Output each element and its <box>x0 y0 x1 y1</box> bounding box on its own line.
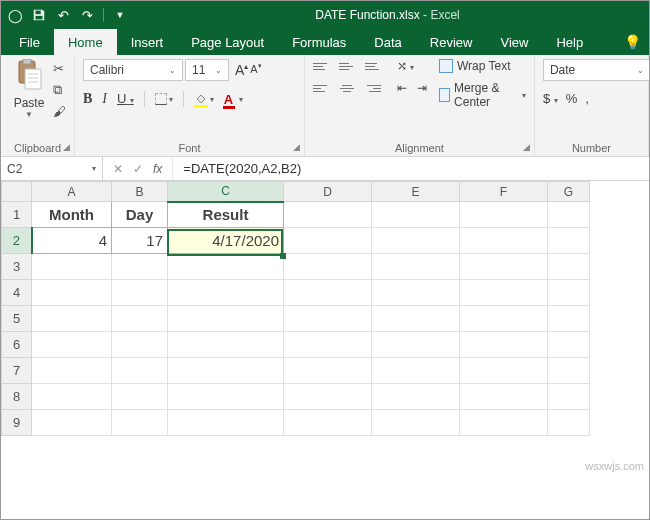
cell[interactable] <box>460 306 548 332</box>
cell[interactable] <box>112 306 168 332</box>
cell[interactable] <box>460 358 548 384</box>
font-name-dropdown[interactable]: Calibri ⌄ <box>83 59 183 81</box>
dialog-launcher-icon[interactable]: ◢ <box>523 142 530 152</box>
cell-B2[interactable]: 17 <box>112 228 168 254</box>
cell[interactable] <box>460 410 548 436</box>
cell[interactable] <box>548 358 590 384</box>
decrease-font-icon[interactable]: A▾ <box>250 62 261 78</box>
row-header-4[interactable]: 4 <box>2 280 32 306</box>
align-bottom-icon[interactable] <box>365 60 381 72</box>
paste-button[interactable]: Paste ▼ <box>9 59 49 119</box>
cell-A1[interactable]: Month <box>32 202 112 228</box>
cell[interactable] <box>372 410 460 436</box>
align-left-icon[interactable] <box>313 82 329 94</box>
cell[interactable] <box>460 384 548 410</box>
align-middle-icon[interactable] <box>339 60 355 72</box>
cell[interactable] <box>168 358 284 384</box>
row-header-5[interactable]: 5 <box>2 306 32 332</box>
italic-button[interactable]: I <box>102 91 107 107</box>
cell[interactable] <box>284 280 372 306</box>
number-format-dropdown[interactable]: Date ⌄ <box>543 59 650 81</box>
cell-G2[interactable] <box>548 228 590 254</box>
redo-icon[interactable]: ↷ <box>77 5 97 25</box>
cell[interactable] <box>168 384 284 410</box>
tab-review[interactable]: Review <box>416 29 487 55</box>
cell-D1[interactable] <box>284 202 372 228</box>
cut-icon[interactable]: ✂ <box>53 61 66 76</box>
cell[interactable] <box>284 332 372 358</box>
tab-home[interactable]: Home <box>54 29 117 55</box>
increase-font-icon[interactable]: A▴ <box>235 62 248 78</box>
cell[interactable] <box>112 410 168 436</box>
cell[interactable] <box>372 384 460 410</box>
cell[interactable] <box>168 332 284 358</box>
tab-help[interactable]: Help <box>542 29 597 55</box>
cell[interactable] <box>548 254 590 280</box>
cell[interactable] <box>284 384 372 410</box>
cell[interactable] <box>460 254 548 280</box>
cell[interactable] <box>548 410 590 436</box>
select-all-corner[interactable] <box>2 182 32 202</box>
underline-button[interactable]: U ▾ <box>117 91 134 107</box>
row-header-2[interactable]: 2 <box>2 228 32 254</box>
cell-F2[interactable] <box>460 228 548 254</box>
cell[interactable] <box>284 306 372 332</box>
cell[interactable] <box>372 280 460 306</box>
col-header-F[interactable]: F <box>460 182 548 202</box>
col-header-G[interactable]: G <box>548 182 590 202</box>
cell[interactable] <box>32 332 112 358</box>
dialog-launcher-icon[interactable]: ◢ <box>63 142 70 152</box>
row-header-1[interactable]: 1 <box>2 202 32 228</box>
cell-A2[interactable]: 4 <box>32 228 112 254</box>
cell[interactable] <box>32 254 112 280</box>
cell-E1[interactable] <box>372 202 460 228</box>
row-header-9[interactable]: 9 <box>2 410 32 436</box>
cell[interactable] <box>112 280 168 306</box>
cell-G1[interactable] <box>548 202 590 228</box>
cancel-formula-icon[interactable]: ✕ <box>113 162 123 176</box>
format-painter-icon[interactable]: 🖌 <box>53 104 66 119</box>
row-header-6[interactable]: 6 <box>2 332 32 358</box>
chevron-down-icon[interactable]: ▼ <box>25 110 33 119</box>
cell[interactable] <box>32 358 112 384</box>
cell[interactable] <box>548 306 590 332</box>
cell[interactable] <box>32 306 112 332</box>
cell[interactable] <box>112 358 168 384</box>
cell[interactable] <box>372 358 460 384</box>
cell[interactable] <box>284 358 372 384</box>
cell-F1[interactable] <box>460 202 548 228</box>
cell[interactable] <box>460 280 548 306</box>
font-size-dropdown[interactable]: 11 ⌄ <box>185 59 229 81</box>
col-header-E[interactable]: E <box>372 182 460 202</box>
cell[interactable] <box>168 254 284 280</box>
qat-customize-icon[interactable]: ▼ <box>110 5 130 25</box>
cell[interactable] <box>168 306 284 332</box>
cell[interactable] <box>168 410 284 436</box>
cell[interactable] <box>372 332 460 358</box>
cell-B1[interactable]: Day <box>112 202 168 228</box>
bold-button[interactable]: B <box>83 91 92 107</box>
merge-center-button[interactable]: Merge & Center ▾ <box>439 81 526 109</box>
cell[interactable] <box>112 384 168 410</box>
cell[interactable] <box>372 254 460 280</box>
autosave-toggle-icon[interactable]: ◯ <box>5 5 25 25</box>
row-header-3[interactable]: 3 <box>2 254 32 280</box>
cell-E2[interactable] <box>372 228 460 254</box>
increase-indent-icon[interactable]: ⇥ <box>417 81 427 95</box>
undo-icon[interactable]: ↶ <box>53 5 73 25</box>
save-icon[interactable] <box>29 5 49 25</box>
col-header-A[interactable]: A <box>32 182 112 202</box>
formula-bar[interactable]: =DATE(2020,A2,B2) <box>173 157 649 180</box>
dialog-launcher-icon[interactable]: ◢ <box>293 142 300 152</box>
cell[interactable] <box>372 306 460 332</box>
wrap-text-button[interactable]: Wrap Text <box>439 59 526 73</box>
col-header-B[interactable]: B <box>112 182 168 202</box>
tab-insert[interactable]: Insert <box>117 29 178 55</box>
borders-button[interactable]: ▾ <box>155 93 173 105</box>
cell[interactable] <box>112 254 168 280</box>
align-top-icon[interactable] <box>313 60 329 72</box>
cell[interactable] <box>32 280 112 306</box>
col-header-C[interactable]: C <box>168 182 284 202</box>
accounting-format-button[interactable]: $ ▾ <box>543 91 558 106</box>
align-center-icon[interactable] <box>339 82 355 94</box>
